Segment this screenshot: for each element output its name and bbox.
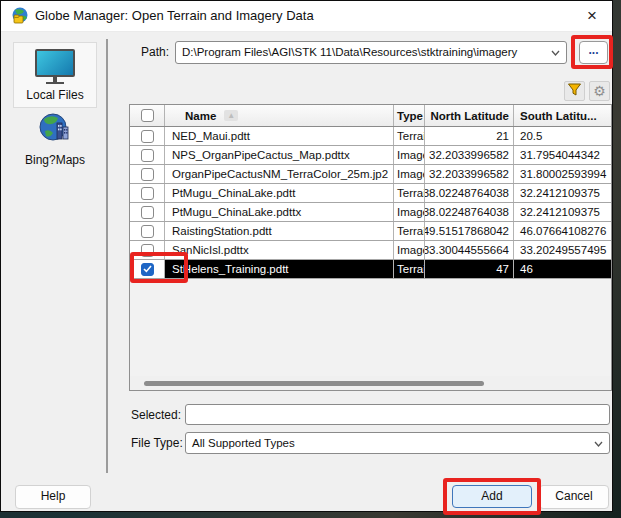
column-header-south-latitude[interactable]: South Latitu... [514, 105, 611, 126]
row-south-latitude: 31.7954044342 [514, 146, 611, 164]
row-checkbox[interactable] [141, 187, 154, 200]
row-south-latitude: 46 [514, 260, 611, 278]
row-name: StHelens_Training.pdtt [165, 260, 394, 278]
browse-button[interactable]: ... [579, 41, 608, 64]
cancel-button[interactable]: Cancel [539, 485, 609, 509]
file-type-label: File Type: [131, 432, 183, 454]
row-name: NPS_OrganPipeCactus_Map.pdttx [165, 146, 394, 164]
row-south-latitude: 31.80002593994 [514, 165, 611, 183]
row-north-latitude: 21 [425, 127, 514, 145]
header-select-all[interactable] [130, 105, 165, 126]
row-checkbox[interactable] [141, 263, 154, 276]
row-name: NED_Maui.pdtt [165, 127, 394, 145]
checkmark-icon [143, 265, 152, 273]
column-header-type[interactable]: Type [394, 105, 425, 126]
help-button[interactable]: Help [15, 485, 91, 509]
row-south-latitude: 32.2412109375 [514, 184, 611, 202]
funnel-filter-icon [567, 82, 582, 97]
file-type-select[interactable]: All Supported Types [185, 432, 610, 454]
dialog-title: Globe Manager: Open Terrain and Imagery … [35, 1, 314, 31]
sidebar-item-label: Local Files [14, 88, 96, 102]
row-name: PtMugu_ChinaLake.pdttx [165, 203, 394, 221]
row-checkbox[interactable] [141, 206, 154, 219]
globe-folder-icon [11, 7, 29, 25]
filter-button[interactable] [564, 81, 585, 101]
row-type: Terrain [394, 184, 425, 202]
table-row[interactable]: PtMugu_ChinaLake.pdttx Image 38.02248764… [130, 203, 611, 222]
globe-buildings-icon [38, 111, 72, 145]
table-row[interactable]: PtMugu_ChinaLake.pdtt Terrain 38.0224876… [130, 184, 611, 203]
table-header-row: Name ▲ Type North Latitude South Latitu.… [130, 105, 611, 127]
close-icon[interactable]: × [578, 4, 606, 28]
row-name: OrganPipeCactusNM_TerraColor_25m.jp2 [165, 165, 394, 183]
title-bar: Globe Manager: Open Terrain and Imagery … [1, 1, 612, 32]
row-type: Image [394, 203, 425, 221]
table-row[interactable]: NED_Maui.pdtt Terrain 21 20.5 [130, 127, 611, 146]
row-name: PtMugu_ChinaLake.pdtt [165, 184, 394, 202]
row-checkbox[interactable] [141, 149, 154, 162]
row-north-latitude: 32.2033996582 [425, 146, 514, 164]
monitor-icon [14, 49, 96, 84]
table-row[interactable]: SanNicIsl.pdttx Image 33.30044555664 33.… [130, 241, 611, 260]
gear-icon: ⚙ [593, 83, 606, 99]
row-north-latitude: 38.02248764038 [425, 203, 514, 221]
sidebar-item-label: Bing?Maps [13, 153, 97, 167]
table-row[interactable]: NPS_OrganPipeCactus_Map.pdttx Image 32.2… [130, 146, 611, 165]
chevron-down-icon [551, 50, 560, 56]
row-checkbox-cell[interactable] [130, 222, 165, 240]
table-row[interactable]: RaistingStation.pdtt Terrain 49.51517868… [130, 222, 611, 241]
globe-manager-dialog: Globe Manager: Open Terrain and Imagery … [0, 0, 613, 512]
path-label: Path: [141, 41, 169, 64]
row-north-latitude: 49.51517868042 [425, 222, 514, 240]
row-type: Image [394, 241, 425, 259]
column-header-name[interactable]: Name ▲ [165, 105, 394, 126]
row-checkbox[interactable] [141, 168, 154, 181]
horizontal-scrollbar-thumb[interactable] [144, 381, 484, 386]
sidebar-item-bing-maps[interactable]: Bing?Maps [13, 109, 97, 169]
row-checkbox[interactable] [141, 244, 154, 257]
row-checkbox-cell[interactable] [130, 146, 165, 164]
row-south-latitude: 33.20249557495 [514, 241, 611, 259]
column-header-north-latitude[interactable]: North Latitude [425, 105, 514, 126]
table-row[interactable]: StHelens_Training.pdtt Terrain 47 46 [130, 260, 611, 279]
horizontal-scrollbar [130, 376, 611, 390]
row-type: Terrain [394, 127, 425, 145]
path-value: D:\Program Files\AGI\STK 11\Data\Resourc… [182, 46, 517, 58]
file-type-value: All Supported Types [192, 437, 295, 449]
row-type: Image [394, 146, 425, 164]
sidebar-divider [106, 39, 108, 473]
row-name: RaistingStation.pdtt [165, 222, 394, 240]
row-south-latitude: 32.2412109375 [514, 203, 611, 221]
row-checkbox-cell[interactable] [130, 241, 165, 259]
add-button[interactable]: Add [452, 485, 532, 508]
row-south-latitude: 46.07664108276 [514, 222, 611, 240]
sort-ascending-icon: ▲ [224, 110, 238, 121]
row-north-latitude: 47 [425, 260, 514, 278]
row-north-latitude: 33.30044555664 [425, 241, 514, 259]
row-type: Terrain [394, 260, 425, 278]
sidebar-item-local-files[interactable]: Local Files [13, 42, 97, 108]
row-north-latitude: 38.02248764038 [425, 184, 514, 202]
row-type: Terrain [394, 222, 425, 240]
selected-input[interactable] [185, 404, 610, 425]
row-south-latitude: 20.5 [514, 127, 611, 145]
row-checkbox-cell[interactable] [130, 127, 165, 145]
row-checkbox-cell[interactable] [130, 203, 165, 221]
row-checkbox[interactable] [141, 225, 154, 238]
row-north-latitude: 32.2033996582 [425, 165, 514, 183]
row-type: Image [394, 165, 425, 183]
file-table: Name ▲ Type North Latitude South Latitu.… [129, 104, 612, 391]
selected-label: Selected: [131, 404, 181, 426]
chevron-down-icon [594, 441, 603, 447]
settings-button[interactable]: ⚙ [589, 81, 610, 101]
path-combobox[interactable]: D:\Program Files\AGI\STK 11\Data\Resourc… [175, 41, 567, 64]
row-name: SanNicIsl.pdttx [165, 241, 394, 259]
row-checkbox-cell[interactable] [130, 260, 165, 278]
table-row[interactable]: OrganPipeCactusNM_TerraColor_25m.jp2 Ima… [130, 165, 611, 184]
row-checkbox[interactable] [141, 130, 154, 143]
row-checkbox-cell[interactable] [130, 184, 165, 202]
checkbox-unchecked-icon[interactable] [141, 109, 154, 122]
row-checkbox-cell[interactable] [130, 165, 165, 183]
